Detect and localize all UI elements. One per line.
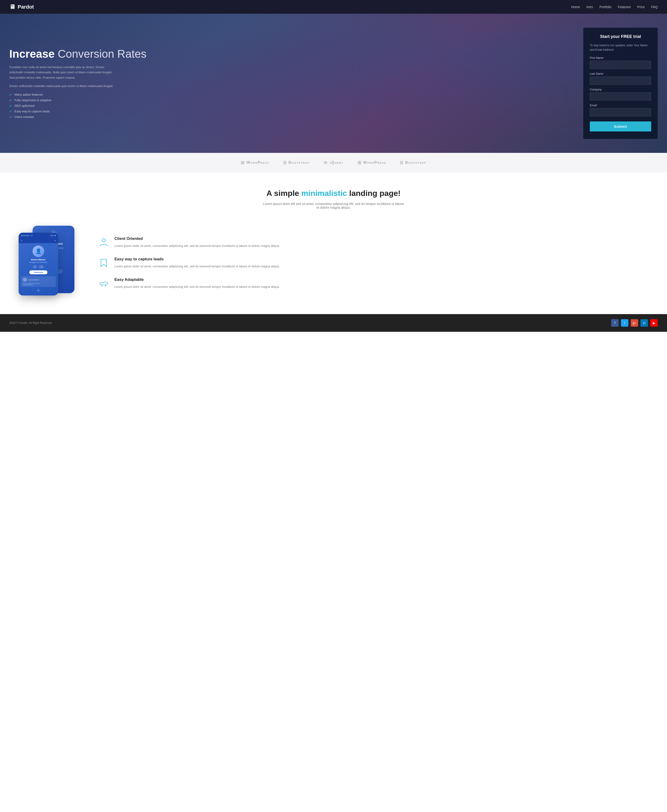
email-input[interactable] [590,108,651,116]
company-group: Company [590,88,651,101]
form-subtitle: To stay tuned to our updates, enter Your… [590,43,651,52]
intro-heading: A simple minimalistic landing page! [9,189,658,198]
phone-status-bar: ●●●● BELL ▼ 80% ■ [18,232,58,239]
adaptable-icon-wrap [98,277,110,289]
hero-title-bold: Increase [9,48,55,60]
brand-wordpress-2: ⊞ WordPress [357,160,386,165]
company-input[interactable] [590,92,651,101]
feature-items: Client Oriented Lorem ipsum dolor sit am… [98,236,649,289]
nav-price[interactable]: Price [637,5,645,9]
nav-faq[interactable]: FAQ [651,5,658,9]
features-section: ☰ App Screens Presentation Mockup ⚙ v4.0… [0,221,667,314]
intro-desc: Lorem ipsum dolor elit sed sit amet, con… [261,202,406,209]
last-name-group: Last Name * [590,72,651,85]
last-name-input[interactable] [590,76,651,85]
feature-adaptable-desc: Lorem ipsum dolor sit amet, consectetur … [114,284,280,289]
feature-client-oriented: Client Oriented Lorem ipsum dolor sit am… [98,236,649,249]
brand-wordpress-1: ⊞ WordPress [241,160,269,165]
first-name-input[interactable] [590,61,651,69]
check-icon-3: ✔ [9,104,12,108]
brand-label-wp1: WordPress [247,161,269,165]
phone-actions: t ↗ [18,265,58,269]
feature-adaptable-text: Easy Adaptable Lorem ipsum dolor sit ame… [114,277,280,289]
company-label: Company [590,88,651,91]
brand-label-wp2: WordPress [363,161,386,165]
handshake-icon [99,278,109,289]
check-icon-4: ✔ [9,110,12,113]
footer-copyright: 2018 © Pardot. All Right Reserved [9,321,52,325]
feature-adaptable: Easy Adaptable Lorem ipsum dolor sit ame… [98,277,649,289]
feature-client-desc: Lorem ipsum dolor sit amet, consectetur … [114,243,280,249]
phone-mockup: ☰ App Screens Presentation Mockup ⚙ v4.0… [18,226,84,300]
feature-leads-text: Easy way to capture leads Lorem ipsum do… [114,257,280,269]
youtube-button[interactable]: ▶ [650,319,658,327]
bookmark-icon [99,258,109,268]
check-icon-1: ✔ [9,93,12,96]
feature-5: ✔ Client oriented [9,115,574,119]
hero-title: Increase Conversion Rates [9,48,574,60]
footer: 2018 © Pardot. All Right Reserved f t g+… [0,314,667,332]
phone-person-role: Designer Art Direction [18,261,58,263]
person-icon [99,237,109,247]
hero-desc1: Curabitur non nulla sit amet nisl tempus… [9,65,116,80]
jquery-icon: ≋ [324,160,327,165]
nav-features[interactable]: Features [618,5,631,9]
twitter-button[interactable]: t [621,319,629,327]
check-icon-5: ✔ [9,115,12,119]
feature-2: ✔ Fully responsive & adaptive [9,98,574,102]
brand-label-bs1: Bootstrap [289,161,310,165]
brand-label-bs2: Bootstrap [405,161,426,165]
leads-icon-wrap [98,257,110,269]
intro-section: A simple minimalistic landing page! Lore… [0,173,667,221]
email-group: Email * [590,104,651,116]
feature-capture-leads: Easy way to capture leads Lorem ipsum do… [98,257,649,269]
nav-links: Home Intro Portfolio Features Price FAQ [571,5,658,9]
twitter-icon: t [33,265,37,269]
brand-jquery: ≋ jQuery [324,160,343,165]
hero-content: Increase Conversion Rates Curabitur non … [9,48,574,119]
signup-form-box: Start your FREE trial To stay tuned to o… [583,28,658,139]
share-icon: ↗ [39,265,44,269]
feature-leads-desc: Lorem ipsum dolor sit amet, consectetur … [114,264,280,269]
brand-label-jq: jQuery [329,161,343,165]
feature-4: ✔ Easy way to capture leads [9,110,574,113]
phone-avatar: 👤 [33,246,44,257]
submit-button[interactable]: Submit [590,121,651,131]
feature-client-title: Client Oriented [114,236,280,241]
intro-post: landing page! [349,189,400,198]
email-label: Email * [590,104,651,107]
brand-bootstrap-2: B Bootstrap [400,160,426,165]
form-title: Start your FREE trial [590,34,651,39]
google-plus-button[interactable]: g+ [631,319,638,327]
check-icon-2: ✔ [9,98,12,102]
hero-desc2: Donec sollicitudin molestie malesuada qu… [9,83,116,89]
nav-intro[interactable]: Intro [586,5,593,9]
first-name-label: First Name * [590,56,651,60]
nav-portfolio[interactable]: Portfolio [599,5,611,9]
hero-feature-list: ✔ Many addon features ✔ Fully responsive… [9,93,574,119]
social-links: f t g+ in ▶ [611,319,658,327]
intro-pre: A simple [267,189,299,198]
wordpress-icon-1: ⊞ [241,160,245,165]
nav-home[interactable]: Home [571,5,580,9]
intro-accent: minimalistic [301,189,349,198]
first-name-group: First Name * [590,56,651,69]
logo: 🖥 Pardot [9,3,34,10]
hero-section: Increase Conversion Rates Curabitur non … [0,14,667,153]
logo-icon: 🖥 [9,3,15,10]
linkedin-button[interactable]: in [640,319,648,327]
navbar: 🖥 Pardot Home Intro Portfolio Features P… [0,0,667,14]
wordpress-icon-2: ⊞ [357,160,362,165]
facebook-button[interactable]: f [611,319,619,327]
feature-leads-title: Easy way to capture leads [114,257,280,262]
feature-1: ✔ Many addon features [9,93,574,96]
feature-client-text: Client Oriented Lorem ipsum dolor sit am… [114,236,280,249]
client-icon-wrap [98,236,110,249]
brands-strip: ⊞ WordPress B Bootstrap ≋ jQuery ⊞ WordP… [0,153,667,173]
hero-title-light: Conversion Rates [58,48,146,60]
phone-front: ●●●● BELL ▼ 80% ■ ☰⚙ 👤 Emma Watson Desig… [18,232,58,296]
feature-3: ✔ SEO optimized [9,104,574,108]
feature-adaptable-title: Easy Adaptable [114,277,280,282]
bootstrap-icon-2: B [400,160,403,165]
logo-text: Pardot [18,4,34,10]
